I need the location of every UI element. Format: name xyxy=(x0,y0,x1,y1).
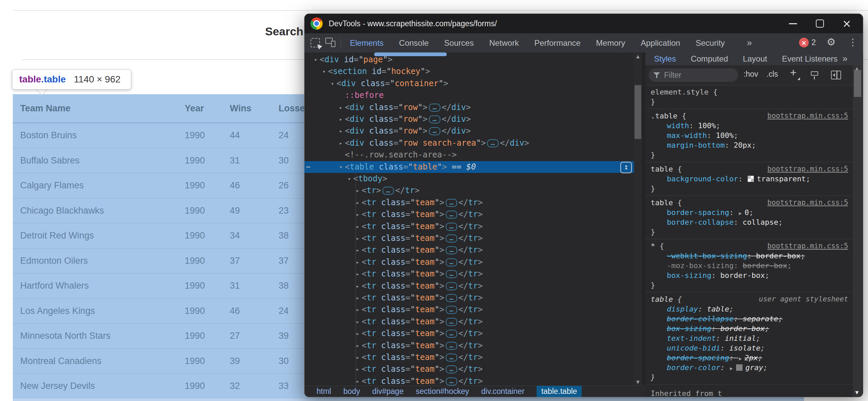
dom-node-table[interactable]: ▾<table class="table">== $0⋯↕ xyxy=(305,161,634,173)
style-property[interactable]: background-color: transparent; xyxy=(645,174,853,184)
style-property[interactable]: -webkit-box-sizing: border-box; xyxy=(645,251,853,261)
style-rule[interactable]: bootstrap.min.css:5table {background-col… xyxy=(645,162,853,196)
dom-node-tr[interactable]: ▸<tr class="team">…</tr> xyxy=(305,244,634,256)
ellipsis-children-icon[interactable]: … xyxy=(446,294,457,302)
ellipsis-children-icon[interactable]: … xyxy=(446,246,457,254)
expand-arrow-icon[interactable]: ▸ xyxy=(354,351,361,363)
expand-arrow-icon[interactable]: ▸ xyxy=(354,185,361,196)
dom-node-div[interactable]: ▸<div class="row">…</div> xyxy=(305,125,634,137)
error-badge[interactable]: × 2 xyxy=(799,38,816,48)
style-property[interactable]: text-indent: initial; xyxy=(645,333,853,343)
dom-node-section[interactable]: ▾<section id="hockey"> xyxy=(305,66,634,78)
tab-performance[interactable]: Performance xyxy=(534,38,580,48)
color-swatch-icon[interactable] xyxy=(736,364,743,371)
inspect-element-icon[interactable] xyxy=(311,38,320,48)
expand-arrow-icon[interactable]: ▸ xyxy=(354,197,361,209)
dom-node-tr[interactable]: ▸<tr class="team">…</tr> xyxy=(305,363,634,375)
dom-node-div[interactable]: ▾<div class="container"> xyxy=(305,78,634,90)
expand-arrow-icon[interactable]: ▸ xyxy=(337,101,344,113)
ellipsis-children-icon[interactable]: … xyxy=(446,342,457,350)
style-property[interactable]: border-spacing: ▶2px; xyxy=(645,353,853,363)
ellipsis-children-icon[interactable]: … xyxy=(446,223,457,231)
style-property[interactable]: box-sizing: border-box; xyxy=(645,323,853,333)
settings-gear-icon[interactable]: ⚙ xyxy=(827,36,836,48)
expand-arrow-icon[interactable]: ▸ xyxy=(354,375,361,386)
dom-node-tr[interactable]: ▸<tr class="team">…</tr> xyxy=(305,268,634,280)
style-property[interactable]: border-color: ▶gray; xyxy=(645,363,853,372)
class-toggle[interactable]: .cls xyxy=(766,70,778,79)
dom-node-tr[interactable]: ▸<tr class="team">…</tr> xyxy=(305,280,634,292)
style-property[interactable]: border-spacing: ▶0; xyxy=(645,208,853,217)
expand-arrow-icon[interactable]: ▸ xyxy=(354,268,361,280)
scroll-up-icon[interactable]: ▲ xyxy=(634,54,642,59)
style-property[interactable]: max-width: 100%; xyxy=(645,130,853,140)
style-property[interactable]: width: 100%; xyxy=(645,121,853,130)
dom-node-div[interactable]: ▾<div id="page"> xyxy=(305,54,634,66)
expand-arrow-icon[interactable]: ▸ xyxy=(354,244,361,256)
style-property[interactable]: margin-bottom: 20px; xyxy=(645,140,853,150)
sidebar-more-chevron[interactable]: » xyxy=(842,54,847,64)
scroll-into-view-icon[interactable]: ↕ xyxy=(620,162,632,173)
dom-node-tr[interactable]: ▸<tr class="team">…</tr> xyxy=(305,304,634,315)
devtools-titlebar[interactable]: DevTools - www.scrapethissite.com/pages/… xyxy=(305,14,863,33)
style-property[interactable]: border-collapse: separate; xyxy=(645,314,853,323)
collapse-arrow-icon[interactable]: ▾ xyxy=(337,161,344,173)
ellipsis-children-icon[interactable]: … xyxy=(446,330,457,338)
styles-scroll-down-icon[interactable]: ▼ xyxy=(853,390,861,395)
sidebar-tab-styles[interactable]: Styles xyxy=(654,54,676,64)
collapse-arrow-icon[interactable]: ▾ xyxy=(321,66,327,78)
ellipsis-children-icon[interactable]: … xyxy=(446,282,457,290)
dom-node-tr[interactable]: ▸<tr class="team">…</tr> xyxy=(305,209,634,220)
dom-node-div[interactable]: ▸<div class="row search-area">…</div> xyxy=(305,137,634,149)
ellipsis-children-icon[interactable]: … xyxy=(446,211,457,219)
styles-scrollbar[interactable]: ▲ ▼ xyxy=(853,65,862,397)
expand-arrow-icon[interactable]: ▸ xyxy=(354,340,361,351)
minimize-button[interactable] xyxy=(779,14,806,33)
expand-arrow-icon[interactable]: ▸ xyxy=(337,113,344,125)
ellipsis-children-icon[interactable]: … xyxy=(429,115,440,123)
tab-sources[interactable]: Sources xyxy=(444,38,474,48)
ellipsis-children-icon[interactable]: … xyxy=(446,377,457,385)
ellipsis-children-icon[interactable]: … xyxy=(487,139,499,147)
elements-scrollbar[interactable]: ▲ ▼ xyxy=(634,53,642,386)
pseudo-state-toggle[interactable]: :hov xyxy=(744,70,758,79)
style-property[interactable]: display: table; xyxy=(645,304,853,314)
ellipsis-children-icon[interactable]: … xyxy=(446,235,457,243)
dom-node-tr[interactable]: ▸<tr>…</tr> xyxy=(305,185,634,196)
maximize-button[interactable] xyxy=(806,14,833,33)
style-rule[interactable]: bootstrap.min.css:5* {-webkit-box-sizing… xyxy=(645,239,853,292)
node-options-dots-icon[interactable]: ⋯ xyxy=(306,161,311,173)
dom-node-tr[interactable]: ▸<tr class="team">…</tr> xyxy=(305,197,634,209)
dom-node-tr[interactable]: ▸<tr class="team">…</tr> xyxy=(305,328,634,339)
tab-console[interactable]: Console xyxy=(399,38,429,48)
dom-node-tr[interactable]: ▸<tr class="team">…</tr> xyxy=(305,221,634,233)
tab-elements[interactable]: Elements xyxy=(350,38,383,48)
ellipsis-children-icon[interactable]: … xyxy=(446,270,457,278)
dom-node-tbody[interactable]: ▾<tbody> xyxy=(305,173,634,185)
style-rule[interactable]: user agent stylesheettable {display: tab… xyxy=(645,292,853,384)
rendering-emulation-icon[interactable] xyxy=(811,71,820,80)
more-tabs-chevron[interactable]: » xyxy=(747,33,752,53)
toggle-sidebar-icon[interactable] xyxy=(831,71,841,80)
style-rule[interactable]: bootstrap.min.css:5.table {width: 100%;m… xyxy=(645,109,853,162)
stylesheet-origin[interactable]: bootstrap.min.css:5 xyxy=(767,241,848,251)
collapse-arrow-icon[interactable]: ▾ xyxy=(329,78,336,90)
style-property[interactable]: box-sizing: border-box; xyxy=(645,271,853,280)
expand-arrow-icon[interactable]: ▸ xyxy=(354,292,361,304)
dom-node-tr[interactable]: ▸<tr class="team">…</tr> xyxy=(305,375,634,386)
expand-arrow-icon[interactable]: ▸ xyxy=(354,209,361,220)
breadcrumb-section-hockey[interactable]: section#hockey xyxy=(416,387,469,396)
sidebar-tab-layout[interactable]: Layout xyxy=(743,54,767,64)
sidebar-tab-event-listeners[interactable]: Event Listeners xyxy=(782,54,837,64)
sidebar-tab-computed[interactable]: Computed xyxy=(691,54,728,64)
new-style-rule-icon[interactable]: + xyxy=(790,66,797,79)
dom-node-tr[interactable]: ▸<tr class="team">…</tr> xyxy=(305,233,634,244)
dom-node-div[interactable]: ▸<div class="row">…</div> xyxy=(305,113,634,125)
tab-memory[interactable]: Memory xyxy=(596,38,625,48)
breadcrumb-table-table[interactable]: table.table xyxy=(537,386,582,397)
ellipsis-children-icon[interactable]: … xyxy=(429,127,440,135)
dom-node-tr[interactable]: ▸<tr class="team">…</tr> xyxy=(305,351,634,363)
ellipsis-children-icon[interactable]: … xyxy=(446,318,457,326)
style-property[interactable]: border-collapse: collapse; xyxy=(645,217,853,227)
collapse-arrow-icon[interactable]: ▾ xyxy=(346,173,352,185)
